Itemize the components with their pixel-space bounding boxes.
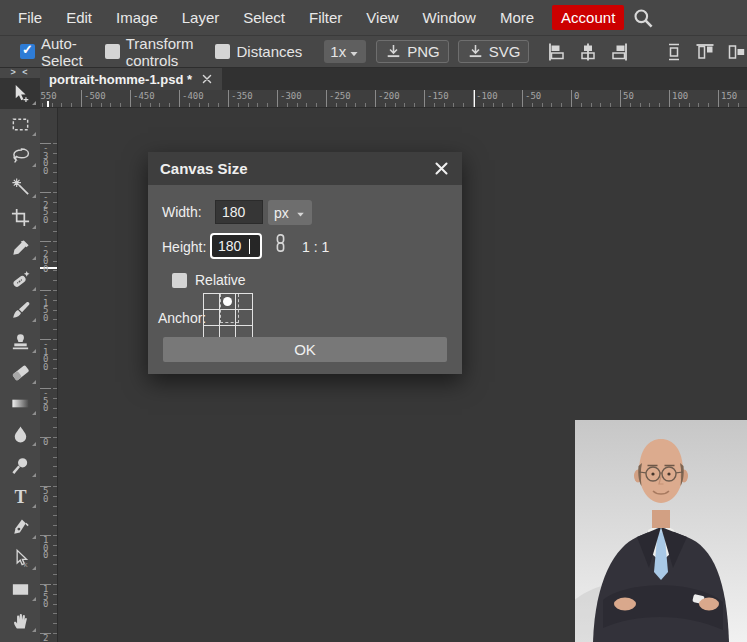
menu-item[interactable]: Filter <box>297 9 354 26</box>
tool-button[interactable] <box>0 574 40 605</box>
anchor-cell[interactable] <box>204 294 220 310</box>
menu-item[interactable]: Layer <box>170 9 232 26</box>
option-checkbox-group[interactable]: Transform controls <box>105 35 194 69</box>
anchor-cell[interactable] <box>220 294 236 310</box>
anchor-cell[interactable] <box>236 294 252 310</box>
ruler-label: -150 <box>424 90 449 107</box>
export-scale-dropdown[interactable]: 1x <box>324 40 366 63</box>
align-center-h-icon[interactable] <box>577 41 599 63</box>
move-icon <box>10 83 31 104</box>
anchor-cell[interactable] <box>204 310 220 326</box>
height-label: Height: <box>162 239 206 255</box>
checkbox-label: Distances <box>236 43 302 60</box>
option-checkboxes: Auto-Select Transform controls Distances <box>20 35 324 69</box>
menu-item[interactable]: Edit <box>54 9 104 26</box>
tool-button[interactable] <box>0 233 40 264</box>
tool-button[interactable] <box>0 357 40 388</box>
unit-dropdown[interactable]: px <box>268 200 312 225</box>
eraser-icon <box>10 362 31 383</box>
ruler-label: 100 <box>40 535 51 560</box>
magic-wand-icon <box>10 176 31 197</box>
tool-button[interactable] <box>0 109 40 140</box>
align-right-icon[interactable] <box>608 41 630 63</box>
download-icon <box>467 43 484 60</box>
ruler-label: -250 <box>40 192 51 224</box>
export-button-label: PNG <box>407 43 440 60</box>
vertical-ruler[interactable]: -300-250-200-150-100-50050100150200 <box>40 108 58 642</box>
pen-icon <box>10 517 31 538</box>
toolbox: > < <box>0 68 40 642</box>
search-icon[interactable] <box>632 7 654 29</box>
link-dimensions-icon[interactable] <box>272 233 289 256</box>
anchor-label: Anchor: <box>158 310 206 326</box>
tool-button[interactable] <box>0 78 40 109</box>
account-button[interactable]: Account <box>552 5 624 30</box>
dialog-close-icon[interactable] <box>433 160 450 177</box>
export-scale-value: 1x <box>330 43 346 60</box>
chevron-down-icon <box>295 207 306 218</box>
width-input[interactable] <box>215 200 263 224</box>
anchor-cell[interactable] <box>236 310 252 326</box>
tool-button[interactable]: k <box>0 543 40 574</box>
tab-close-icon[interactable] <box>201 73 213 85</box>
ruler-label: 0 <box>40 437 51 447</box>
tool-button[interactable] <box>0 450 40 481</box>
align-middle-v-icon[interactable] <box>725 41 747 63</box>
ruler-label: -100 <box>473 90 498 107</box>
align-top-icon[interactable] <box>694 41 716 63</box>
ruler-label: -200 <box>40 241 51 273</box>
text-caret <box>249 239 250 254</box>
align-left-icon[interactable] <box>546 41 568 63</box>
tool-button[interactable] <box>0 202 40 233</box>
checkbox[interactable] <box>20 44 35 59</box>
tool-button[interactable] <box>0 388 40 419</box>
tool-button[interactable] <box>0 264 40 295</box>
ruler-label: 100 <box>669 90 688 107</box>
tool-button[interactable] <box>0 326 40 357</box>
option-checkbox-group[interactable]: Distances <box>215 35 302 69</box>
ok-button[interactable]: OK <box>163 337 447 362</box>
option-checkbox-group[interactable]: Auto-Select <box>20 35 83 69</box>
menu-item[interactable]: File <box>6 9 54 26</box>
menu-item[interactable]: Select <box>231 9 297 26</box>
horizontal-ruler[interactable]: -550-500-450-400-350-300-250-200-150-100… <box>40 90 747 108</box>
menu-item[interactable]: Image <box>104 9 170 26</box>
checkbox-label: Auto-Select <box>41 35 83 69</box>
tool-button[interactable] <box>0 171 40 202</box>
hand-icon <box>10 610 31 631</box>
export-button[interactable]: SVG <box>458 40 530 63</box>
menu-item[interactable]: View <box>354 9 410 26</box>
tool-button[interactable] <box>0 295 40 326</box>
ruler-label: 50 <box>40 486 51 503</box>
dialog-title-bar[interactable]: Canvas Size <box>148 152 462 185</box>
menu-item[interactable]: More <box>488 9 546 26</box>
checkbox[interactable] <box>215 44 230 59</box>
relative-checkbox-group[interactable]: Relative <box>172 272 246 288</box>
ruler-label: -350 <box>228 90 253 107</box>
rect-shape-icon <box>10 579 31 600</box>
ruler-label: -550 <box>40 90 57 107</box>
type-icon: T <box>10 486 31 507</box>
ruler-label: 0 <box>571 90 579 107</box>
menu-item[interactable]: Window <box>411 9 488 26</box>
checkbox[interactable] <box>105 44 120 59</box>
toolbox-collapse-arrows[interactable]: > < <box>0 68 40 78</box>
relative-checkbox[interactable] <box>172 273 187 288</box>
marquee-icon <box>10 114 31 135</box>
export-button[interactable]: PNG <box>376 40 449 63</box>
tool-button[interactable] <box>0 419 40 450</box>
distribute-v-icon[interactable] <box>663 41 685 63</box>
tool-button[interactable]: T <box>0 481 40 512</box>
ruler-label: 50 <box>620 90 634 107</box>
anchor-cell[interactable] <box>220 310 236 326</box>
dialog-title: Canvas Size <box>160 160 248 177</box>
ruler-label: -300 <box>40 143 51 175</box>
tool-button[interactable] <box>0 605 40 636</box>
brush-icon <box>10 300 31 321</box>
tool-button[interactable] <box>0 140 40 171</box>
tool-button[interactable] <box>0 512 40 543</box>
document-tab[interactable]: portrait-homme-1.psd * <box>40 68 222 90</box>
height-input[interactable] <box>210 233 262 259</box>
portrait-photo <box>575 420 747 642</box>
spot-heal-icon <box>10 269 31 290</box>
